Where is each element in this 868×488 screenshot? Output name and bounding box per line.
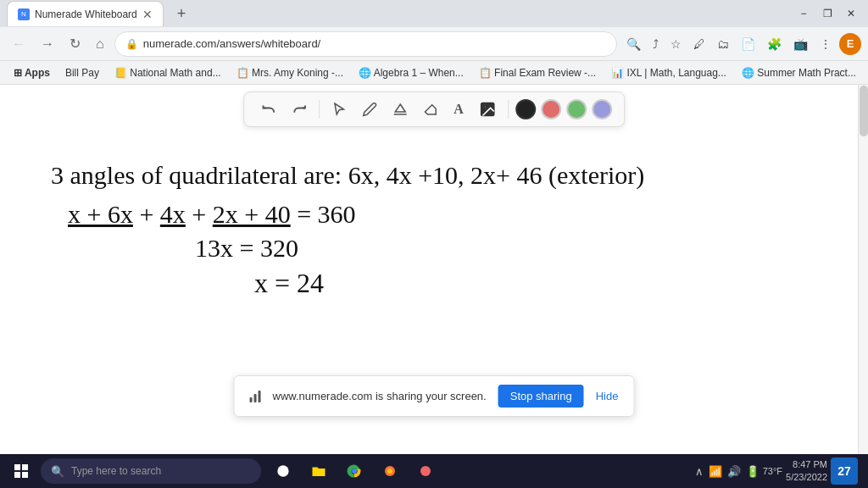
time-display: 8:47 PM xyxy=(786,458,827,471)
svg-rect-5 xyxy=(22,472,28,478)
taskbar-app5[interactable] xyxy=(409,456,442,486)
bookmark-finalexam[interactable]: 📋 Final Exam Review -... xyxy=(472,65,603,80)
color-purple-button[interactable] xyxy=(592,99,612,119)
tray-temperature: 73°F xyxy=(763,466,782,476)
undo-button[interactable] xyxy=(256,98,281,120)
taskbar-app-chrome[interactable] xyxy=(337,456,371,486)
toolbar-separator-2 xyxy=(508,100,509,119)
nav-icon-group: 🔍 ⤴ ☆ 🖊 🗂 📄 🧩 📺 ⋮ E xyxy=(622,33,861,55)
reload-button[interactable]: ↻ xyxy=(64,32,86,55)
taskbar-file-explorer[interactable] xyxy=(302,456,336,486)
tab-close-button[interactable]: ✕ xyxy=(142,8,153,21)
maximize-button[interactable]: ❐ xyxy=(817,3,837,24)
sharing-text: www.numerade.com is sharing your screen. xyxy=(273,390,487,402)
cast-icon[interactable]: 📺 xyxy=(789,33,812,55)
bookmark-apps[interactable]: ⊞ Apps xyxy=(7,65,57,80)
browser-frame: N Numerade Whiteboard ✕ + − ❐ ✕ ← → ↻ ⌂ … xyxy=(0,0,868,488)
tab-title: Numerade Whiteboard xyxy=(35,8,137,20)
active-tab[interactable]: N Numerade Whiteboard ✕ xyxy=(7,1,164,26)
hide-button[interactable]: Hide xyxy=(596,390,619,402)
toolbar-separator-1 xyxy=(319,100,320,119)
image-tool-button[interactable] xyxy=(474,97,501,121)
address-bar[interactable]: 🔒 numerade.com/answers/whiteboard/ xyxy=(114,31,617,57)
close-button[interactable]: ✕ xyxy=(841,3,861,24)
star-icon[interactable]: ☆ xyxy=(666,33,686,55)
svg-rect-3 xyxy=(22,464,28,470)
tray-battery-icon[interactable]: 🔋 xyxy=(746,465,760,478)
taskbar-task-view[interactable] xyxy=(266,456,300,486)
search-nav-icon[interactable]: 🔍 xyxy=(622,33,645,55)
stop-sharing-button[interactable]: Stop sharing xyxy=(498,385,584,408)
taskbar-search-icon: 🔍 xyxy=(51,465,64,478)
bar2 xyxy=(254,394,257,402)
vertical-scrollbar[interactable] xyxy=(858,85,868,454)
date-display: 5/23/2022 xyxy=(786,471,827,484)
tray-speaker-icon[interactable]: 🔊 xyxy=(727,465,741,478)
new-tab-button[interactable]: + xyxy=(170,3,193,25)
color-red-button[interactable] xyxy=(541,99,561,119)
math-content: 3 angles of quadrilateral are: 6x, 4x +1… xyxy=(25,161,843,299)
start-button[interactable] xyxy=(3,456,39,486)
navigation-bar: ← → ↻ ⌂ 🔒 numerade.com/answers/whiteboar… xyxy=(0,27,868,61)
window-controls: − ❐ ✕ xyxy=(793,3,861,24)
svg-point-7 xyxy=(352,469,357,474)
tray-wifi-icon[interactable]: 📶 xyxy=(709,465,722,478)
bookmark-billpay[interactable]: Bill Pay xyxy=(58,65,106,80)
taskbar: 🔍 Type here to search ∧ 📶 xyxy=(0,454,868,488)
bookmarks-bar: ⊞ Apps Bill Pay 📒 National Math and... 📋… xyxy=(0,61,868,85)
tray-chevron-icon[interactable]: ∧ xyxy=(695,465,704,478)
bookmark-ixl[interactable]: 📊 IXL | Math, Languag... xyxy=(604,65,733,80)
drawing-toolbar: A xyxy=(243,92,625,127)
svg-rect-4 xyxy=(14,472,20,478)
extension4-icon[interactable]: 🧩 xyxy=(763,33,786,55)
profile-button[interactable]: E xyxy=(839,33,861,55)
equation-solution: x = 24 xyxy=(254,268,843,299)
color-green-button[interactable] xyxy=(566,99,587,119)
more-icon[interactable]: ⋮ xyxy=(815,33,836,55)
scrollbar-thumb[interactable] xyxy=(860,86,868,136)
home-button[interactable]: ⌂ xyxy=(91,33,109,55)
select-tool-button[interactable] xyxy=(326,98,352,120)
share-nav-icon[interactable]: ⤴ xyxy=(648,33,663,55)
svg-point-1 xyxy=(484,106,487,108)
problem-statement: 3 angles of quadrilateral are: 6x, 4x +1… xyxy=(51,161,843,190)
svg-point-10 xyxy=(420,466,431,476)
forward-button[interactable]: → xyxy=(36,33,59,55)
extension3-icon[interactable]: 📄 xyxy=(737,33,760,55)
bookmark-nationalmath[interactable]: 📒 National Math and... xyxy=(108,65,228,80)
shapes-tool-button[interactable] xyxy=(387,98,413,120)
main-content: A 3 angles of quadrilateral are: 6x, 4x … xyxy=(0,85,868,454)
redo-button[interactable] xyxy=(287,98,312,120)
clock-display[interactable]: 8:47 PM 5/23/2022 xyxy=(786,458,827,485)
taskbar-search-bar[interactable]: 🔍 Type here to search xyxy=(41,458,261,484)
equation-step1: x + 6x + 4x + 2x + 40 = 360 xyxy=(68,200,843,229)
taskbar-app-firefox[interactable] xyxy=(373,456,407,486)
text-tool-button[interactable]: A xyxy=(448,98,469,120)
taskbar-search-placeholder: Type here to search xyxy=(71,465,161,477)
whiteboard-area[interactable]: A 3 angles of quadrilateral are: 6x, 4x … xyxy=(0,85,868,454)
back-button[interactable]: ← xyxy=(7,33,31,55)
bar1 xyxy=(250,397,253,402)
tab-favicon: N xyxy=(18,8,30,20)
svg-rect-2 xyxy=(14,464,20,470)
svg-point-9 xyxy=(387,469,392,474)
taskbar-apps-group xyxy=(266,456,442,486)
minimize-button[interactable]: − xyxy=(793,3,814,24)
extension1-icon[interactable]: 🖊 xyxy=(689,33,709,55)
screen-sharing-notification: www.numerade.com is sharing your screen.… xyxy=(234,375,635,417)
svg-point-6 xyxy=(277,465,288,476)
extension2-icon[interactable]: 🗂 xyxy=(713,33,733,55)
signal-bars-icon xyxy=(250,391,261,402)
color-black-button[interactable] xyxy=(515,99,536,119)
bookmark-thomastik[interactable]: 🌐 Thomastik-Infeld C... xyxy=(865,65,868,80)
pencil-tool-button[interactable] xyxy=(357,98,382,120)
bookmark-algebra[interactable]: 🌐 Algebra 1 – When... xyxy=(352,65,470,80)
bar3 xyxy=(259,391,261,402)
calendar-day-widget[interactable]: 27 xyxy=(831,458,858,485)
bookmark-summermath[interactable]: 🌐 Summer Math Pract... xyxy=(735,65,863,80)
sharing-indicator xyxy=(250,391,261,402)
eraser-tool-button[interactable] xyxy=(418,98,443,120)
url-text: numerade.com/answers/whiteboard/ xyxy=(143,37,321,50)
title-bar: N Numerade Whiteboard ✕ + − ❐ ✕ xyxy=(0,0,868,27)
bookmark-amykoning[interactable]: 📋 Mrs. Amy Koning -... xyxy=(230,65,350,80)
